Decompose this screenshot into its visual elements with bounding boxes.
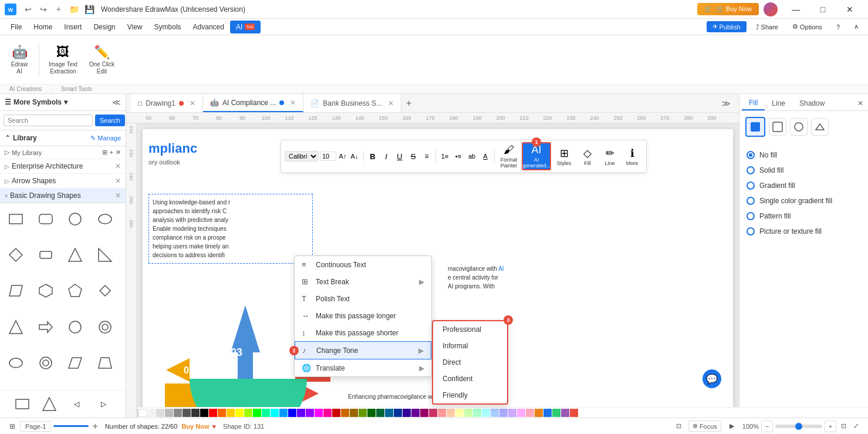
tab-shadow[interactable]: Shadow [792, 97, 832, 110]
tab-fill[interactable]: Fill [742, 96, 765, 110]
underline-button[interactable]: U [393, 150, 406, 163]
undo-button[interactable]: ↩ [21, 2, 35, 16]
menu-home[interactable]: Home [28, 21, 58, 33]
shape-triangle-2[interactable] [5, 316, 27, 338]
color-swatch[interactable] [420, 409, 428, 417]
color-swatch[interactable] [438, 409, 446, 417]
format-painter-button[interactable]: 🖌 FormatPainter [497, 142, 521, 170]
shape-right-triangle[interactable] [94, 244, 116, 266]
shape-rect-sm[interactable] [11, 393, 33, 415]
shape-diamond[interactable] [5, 244, 27, 266]
shape-right-arrow[interactable] [35, 316, 57, 338]
share-button[interactable]: ⤴ Share [751, 22, 783, 32]
menu-view[interactable]: View [121, 21, 148, 33]
close-right-panel-button[interactable]: ✕ [855, 97, 866, 110]
category-enterprise-architecture[interactable]: ▷ Enterprise Architecture ✕ [0, 159, 126, 174]
color-swatch[interactable] [517, 409, 525, 417]
add-icon[interactable]: + [110, 149, 113, 156]
color-swatch[interactable] [288, 409, 296, 417]
color-swatch[interactable] [411, 409, 420, 417]
tab-line[interactable]: Line [765, 97, 792, 110]
color-swatch[interactable] [165, 409, 173, 417]
shape-triangle-sm[interactable] [38, 393, 60, 415]
color-swatch-green[interactable] [552, 409, 560, 417]
color-swatch-red2[interactable] [570, 409, 578, 417]
submenu-friendly[interactable]: Friendly [433, 387, 507, 403]
submenu-informal[interactable]: Informal [433, 338, 507, 354]
ctx-continuous-text[interactable]: ≡ Continuous Text [295, 256, 431, 273]
color-swatch[interactable] [253, 409, 261, 417]
tab-close-button[interactable]: ✕ [388, 99, 394, 107]
color-swatch[interactable] [156, 409, 164, 417]
fill-option-solid[interactable]: Solid fill [747, 163, 861, 178]
new-tab-button[interactable]: + [401, 96, 416, 111]
color-swatch[interactable] [464, 409, 472, 417]
color-swatch[interactable] [455, 409, 464, 417]
color-swatch[interactable] [341, 409, 349, 417]
menu-file[interactable]: File [5, 21, 28, 33]
color-swatch[interactable] [174, 409, 182, 417]
fill-panel-icon-active[interactable] [745, 117, 765, 137]
zoom-plus-button[interactable]: + [825, 420, 836, 432]
layers-panel-button[interactable]: ⊡ [674, 421, 684, 431]
chat-bubble-icon[interactable]: 💬 [702, 369, 721, 388]
open-button[interactable]: 📁 [67, 2, 81, 16]
more-symbols-button[interactable]: ☰ More Symbols ▾ [5, 98, 112, 106]
fill-panel-icon-4[interactable] [811, 118, 829, 136]
line-button[interactable]: ✏ Line [599, 142, 620, 170]
color-swatch[interactable] [306, 409, 314, 417]
collapse-ribbon-button[interactable]: ∧ [849, 21, 863, 32]
fill-panel-icon-3[interactable] [790, 118, 808, 136]
fill-option-no-fill[interactable]: No fill [747, 147, 861, 163]
my-library-item[interactable]: ▷ My Library ⊞ + ✕ [0, 146, 126, 159]
align-button[interactable]: ≡ [420, 150, 433, 163]
layers-button[interactable]: ⊞ [7, 421, 18, 432]
search-button[interactable]: Search [95, 115, 125, 126]
ai-generated-button[interactable]: 1 AI AIgenerated... [522, 142, 551, 170]
submenu-professional[interactable]: Professional [433, 321, 507, 338]
fill-option-single-color-gradient[interactable]: Single color gradient fill [747, 193, 861, 208]
color-swatch[interactable] [218, 409, 226, 417]
font-size-input[interactable] [320, 152, 336, 161]
fill-option-gradient[interactable]: Gradient fill [747, 178, 861, 193]
ctx-polish-text[interactable]: T Polish Text [295, 290, 431, 307]
shape-diamond-2[interactable] [94, 280, 116, 302]
color-swatch[interactable] [429, 409, 437, 417]
zoom-minus-button[interactable]: − [761, 420, 773, 432]
shape-prev[interactable]: ◁ [65, 393, 87, 415]
fit-screen-button[interactable]: ⊡ [839, 421, 849, 431]
menu-symbols[interactable]: Symbols [148, 21, 187, 33]
zoom-slider[interactable] [775, 425, 822, 428]
color-swatch[interactable] [367, 409, 376, 417]
color-swatch-purple[interactable] [561, 409, 569, 417]
submenu-confident[interactable]: Confident [433, 371, 507, 387]
minimize-button[interactable]: — [782, 0, 809, 19]
tab-drawing1[interactable]: □ Drawing1 ✕ [131, 94, 203, 112]
font-size-decrease[interactable]: A↓ [349, 151, 360, 162]
publish-button[interactable]: ✈ Publish [707, 21, 747, 32]
color-swatch[interactable] [235, 409, 244, 417]
menu-ai[interactable]: AI hot [230, 21, 261, 33]
tab-bank-business[interactable]: 📄 Bank Business S... ✕ [303, 94, 401, 112]
color-swatch[interactable] [183, 409, 191, 417]
bold-button[interactable]: B [366, 150, 379, 163]
edraw-ai-button[interactable]: 🤖 EdrawAI [5, 42, 34, 78]
tab-close-button[interactable]: ✕ [290, 99, 296, 107]
expand-icon[interactable]: ⊞ [102, 149, 107, 156]
menu-design[interactable]: Design [87, 21, 121, 33]
maximize-button[interactable]: □ [809, 0, 836, 19]
shape-rounded-rectangle[interactable] [35, 208, 57, 230]
color-swatch[interactable] [376, 409, 384, 417]
color-swatch[interactable] [279, 409, 288, 417]
shape-circle[interactable] [64, 208, 86, 230]
shape-triangle[interactable] [64, 244, 86, 266]
color-swatch[interactable] [403, 409, 411, 417]
shape-pentagon[interactable] [64, 280, 86, 302]
color-swatch[interactable] [350, 409, 358, 417]
tab-close-button[interactable]: ✕ [190, 99, 195, 107]
menu-insert[interactable]: Insert [58, 21, 87, 33]
buy-now-status[interactable]: Buy Now [181, 423, 209, 430]
user-avatar[interactable] [764, 2, 778, 16]
color-swatch[interactable] [191, 409, 200, 417]
collapse-sidebar-button[interactable]: ≪ [112, 97, 121, 107]
